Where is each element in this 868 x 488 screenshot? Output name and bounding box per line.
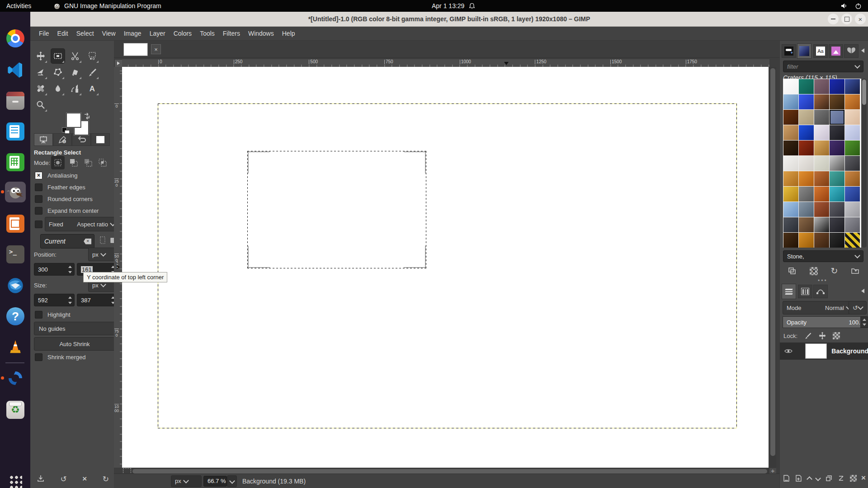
expand-from-center-checkbox[interactable] [35,207,42,215]
pattern-swatch-20[interactable] [845,125,860,140]
pattern-swatch-45[interactable] [845,202,860,217]
pattern-swatch-1[interactable] [783,79,798,94]
tab-undo-history[interactable] [72,133,91,146]
layer-row-background[interactable]: Background [780,343,868,360]
paintbrush-tool[interactable] [85,65,99,80]
pattern-swatch-48[interactable] [814,217,829,232]
dock-item-updater[interactable] [5,368,26,389]
auto-shrink-button[interactable]: Auto Shrink [34,337,115,351]
menu-select[interactable]: Select [72,28,98,39]
pattern-swatch-14[interactable] [830,110,844,125]
pattern-swatch-52[interactable] [799,233,814,248]
opacity-slider[interactable]: Opacity 100.0 [783,316,868,328]
dock-item-help[interactable]: ? [5,306,26,327]
pattern-swatch-55[interactable] [845,233,860,248]
image-tab-close-button[interactable]: × [151,44,161,54]
pattern-swatch-30[interactable] [845,156,860,171]
bucket-fill-tool[interactable] [68,65,82,80]
visibility-eye-icon[interactable] [784,348,793,354]
pattern-swatch-40[interactable] [845,187,860,202]
selection-handle-top-left[interactable] [248,151,270,174]
pattern-swatch-18[interactable] [814,125,829,140]
pattern-swatch-46[interactable] [783,217,798,232]
pattern-swatch-47[interactable] [799,217,814,232]
pattern-swatch-37[interactable] [799,187,814,202]
text-tool[interactable]: A [85,81,99,96]
close-button[interactable]: × [855,14,866,24]
pattern-swatch-53[interactable] [814,233,829,248]
highlight-checkbox[interactable] [35,311,42,319]
zoom-tool[interactable] [34,98,47,112]
minimize-button[interactable] [828,14,839,24]
tab-patterns[interactable] [797,43,811,59]
pattern-swatch-31[interactable] [783,171,798,186]
new-layer-button[interactable] [783,474,790,482]
pattern-name-dropdown[interactable]: Stone, [783,250,863,262]
pattern-swatch-27[interactable] [799,156,814,171]
dock-item-files[interactable] [5,90,26,111]
clock-menu[interactable]: Apr 1 13:29 [432,0,475,12]
free-select-tool[interactable] [51,65,65,80]
pattern-scrollbar-thumb[interactable] [862,80,866,105]
dock-item-terminal[interactable]: >_ [5,244,26,265]
backspace-icon[interactable]: × [84,239,91,244]
statusbar-unit-dropdown[interactable]: px [171,475,202,487]
dock-item-calc[interactable] [5,152,26,173]
tab-layers[interactable] [782,284,796,299]
pattern-swatch-19[interactable] [830,125,844,140]
position-x-spinner[interactable] [66,264,74,275]
aspect-current-field[interactable]: Current × [40,234,94,249]
selection-handle-top-right[interactable] [403,151,426,174]
menu-view[interactable]: View [98,28,120,39]
feather-edges-checkbox[interactable] [35,183,42,191]
layer-mode-switch-button[interactable]: ↺ [849,301,867,314]
focused-app-menu[interactable]: GNU Image Manipulation Program [53,0,161,12]
pattern-swatch-26[interactable] [783,156,798,171]
heal-tool[interactable] [34,81,47,96]
merge-layer-button[interactable] [837,474,845,482]
vertical-scrollbar-thumb[interactable] [770,68,775,456]
swap-colors-icon[interactable] [83,112,91,119]
pattern-swatch-4[interactable] [830,79,844,94]
pattern-swatch-17[interactable] [799,125,814,140]
size-width-spinner[interactable] [66,295,74,305]
fixed-aspect-dropdown[interactable]: Fixed Aspect ratio [45,217,119,231]
pattern-scrollbar[interactable] [862,79,867,248]
pattern-swatch-51[interactable] [783,233,798,248]
transform-tool[interactable] [34,65,47,80]
selection-handle-bottom-right[interactable] [403,245,426,268]
pattern-swatch-35[interactable] [845,171,860,186]
image-viewport[interactable] [122,67,769,468]
dock-item-vlc[interactable] [5,337,26,357]
menu-colors[interactable]: Colors [170,28,196,39]
dock-item-trash[interactable]: ♻ [5,399,26,420]
lock-position-button[interactable] [818,332,826,340]
tab-fonts[interactable]: Aa [813,44,828,58]
mode-intersect-button[interactable] [97,157,108,168]
move-tool[interactable] [34,49,47,63]
selection-handle-bottom-left[interactable] [248,245,270,268]
tab-mypaint-brushes[interactable] [844,44,859,58]
selection-rectangle[interactable] [247,151,426,268]
orientation-portrait-button[interactable] [99,236,106,245]
panel-splitter-handle[interactable]: ••• [115,261,120,269]
pattern-swatch-44[interactable] [830,202,844,217]
activities-button[interactable]: Activities [6,0,31,12]
tab-paths[interactable] [813,285,828,298]
ink-tool[interactable] [68,81,82,96]
pattern-swatch-12[interactable] [799,110,814,125]
pattern-swatch-36[interactable] [783,187,798,202]
layer-mode-dropdown[interactable]: Mode Normal [783,301,855,314]
image-tab-thumbnail[interactable] [123,43,148,56]
dock-item-gimp[interactable] [5,182,26,202]
menu-layer[interactable]: Layer [146,28,170,39]
pattern-swatch-38[interactable] [814,187,829,202]
pattern-swatch-25[interactable] [845,141,860,155]
restore-tool-preset-button[interactable]: ↺ [61,474,67,484]
mode-replace-button[interactable] [51,156,65,169]
pattern-swatch-32[interactable] [799,171,814,186]
tab-gradients[interactable] [829,44,843,58]
pattern-swatch-13[interactable] [814,110,829,125]
ruler-origin-button[interactable] [114,59,123,67]
menu-windows[interactable]: Windows [244,28,278,39]
